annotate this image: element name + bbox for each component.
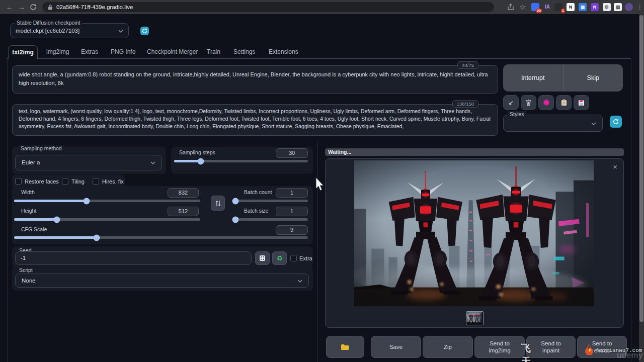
tab-img2img[interactable]: img2img — [46, 45, 69, 59]
script-value: None — [22, 278, 36, 284]
height-input[interactable]: 512 — [168, 207, 199, 216]
padlock-icon — [48, 5, 53, 10]
zip-button[interactable]: Zip — [423, 336, 473, 358]
sampling-steps-slider[interactable] — [174, 160, 308, 162]
sampling-method-value: Euler a — [22, 159, 40, 165]
cfg-scale-slider[interactable] — [14, 236, 308, 239]
slider-handle[interactable] — [54, 216, 60, 223]
negative-prompt-textarea[interactable]: 138/150 text, logo, watermark, (worst qu… — [12, 104, 498, 136]
bookmark-star-icon[interactable]: ☆ — [519, 0, 526, 14]
seed-input[interactable]: -1 — [15, 251, 252, 265]
browser-toolbar: ← → 02a56ff4-71ff-439e.gradio.live ☆ 20 … — [0, 0, 644, 14]
styles-dropdown[interactable]: Styles — [503, 115, 603, 132]
height-label: Height — [19, 208, 38, 214]
negative-token-counter: 138/150 — [452, 100, 478, 108]
tiling-checkbox[interactable] — [62, 178, 68, 185]
send-to-extras-button[interactable]: Send to extras — [577, 336, 627, 358]
slider-handle[interactable] — [84, 198, 90, 204]
cfg-scale-label: CFG Scale — [19, 226, 49, 233]
tab-checkpoint-merger[interactable]: Checkpoint Merger — [147, 45, 198, 59]
apply-style-button[interactable] — [556, 95, 572, 110]
clear-prompt-button[interactable] — [521, 95, 536, 110]
folder-icon — [341, 343, 350, 350]
extra-networks-button[interactable] — [538, 95, 554, 110]
checkpoint-refresh-button[interactable] — [140, 27, 149, 35]
width-input[interactable]: 832 — [168, 188, 199, 198]
tab-extensions[interactable]: Extensions — [269, 45, 298, 59]
batch-count-input[interactable]: 1 — [276, 188, 308, 198]
extension-pin-icon[interactable]: 20 — [531, 3, 539, 11]
browser-menu-icon[interactable]: ⋮ — [636, 0, 643, 14]
hires-fix-checkbox[interactable] — [93, 178, 99, 185]
interrupt-button[interactable]: Interrupt — [503, 64, 564, 92]
script-select[interactable]: None — [15, 274, 309, 288]
progress-status-text: Waiting... — [328, 149, 351, 155]
reading-mode-icon[interactable]: ▥ — [614, 3, 622, 11]
extra-seed-checkbox[interactable] — [290, 255, 297, 261]
prompt-textarea[interactable]: 44/75 wide shot angle, a (gundam:0.8) ro… — [12, 65, 498, 94]
extension-photos-icon[interactable]: ▦ — [579, 3, 587, 11]
checkpoint-label: Stable Diffusion checkpoint — [15, 20, 82, 26]
tiling-label: Tiling — [71, 178, 85, 186]
send-to-inpaint-button[interactable]: Send to inpaint — [526, 336, 576, 358]
profile-avatar[interactable] — [625, 3, 633, 11]
send-to-img2img-button[interactable]: Send to img2img — [474, 336, 525, 358]
slider-handle[interactable] — [93, 234, 100, 241]
sampling-steps-input[interactable]: 30 — [276, 148, 308, 158]
batch-size-label: Batch size — [242, 208, 270, 214]
styles-refresh-button[interactable] — [610, 116, 622, 128]
tab-settings[interactable]: Settings — [233, 45, 255, 59]
random-seed-button[interactable] — [255, 251, 270, 265]
paste-generation-params-button[interactable]: ↙ — [503, 95, 519, 110]
swap-arrows-icon — [215, 200, 221, 207]
gallery-thumbnail[interactable] — [466, 311, 484, 325]
extension-badge: 20 — [536, 9, 542, 13]
skip-button[interactable]: Skip — [564, 64, 623, 92]
scrollbar-thumb[interactable] — [639, 15, 643, 322]
address-bar[interactable]: 02a56ff4-71ff-439e.gradio.live — [42, 2, 494, 12]
script-label: Script — [17, 267, 35, 274]
batch-size-input[interactable]: 1 — [276, 207, 308, 216]
recycle-icon: ♻ — [277, 255, 283, 261]
reuse-seed-button[interactable]: ♻ — [272, 251, 287, 265]
generated-image[interactable] — [354, 160, 594, 306]
progress-bar: Waiting... — [325, 148, 624, 156]
swap-dimensions-button[interactable] — [211, 196, 225, 211]
slider-handle[interactable] — [198, 158, 204, 164]
batch-count-label: Batch count — [242, 189, 274, 196]
image-viewer: × — [325, 158, 624, 328]
trash-icon — [525, 99, 532, 106]
clipboard-icon — [561, 99, 567, 106]
slider-handle[interactable] — [232, 216, 239, 223]
sampling-method-select[interactable]: Sampling method Euler a — [15, 155, 162, 170]
height-slider[interactable] — [14, 218, 200, 221]
batch-count-slider[interactable] — [235, 200, 308, 202]
slider-handle[interactable] — [232, 198, 239, 204]
prompt-text: wide shot angle, a (gundam:0.8) robot st… — [19, 70, 492, 87]
save-button[interactable]: Save — [371, 336, 421, 358]
browser-forward-icon[interactable]: → — [18, 0, 25, 14]
close-icon[interactable]: × — [613, 163, 617, 170]
extensions-puzzle-icon[interactable]: ⯐ — [603, 3, 611, 11]
batch-size-slider[interactable] — [235, 218, 308, 221]
extension-ia-icon[interactable]: IA — [543, 3, 551, 11]
cfg-scale-input[interactable]: 9 — [276, 225, 308, 235]
extension-dark-icon[interactable]: 1 — [554, 3, 562, 11]
sampling-method-label: Sampling method — [19, 145, 64, 152]
tab-train[interactable]: Train — [207, 45, 220, 59]
seed-value: -1 — [21, 255, 26, 261]
extension-notion-icon[interactable]: N — [567, 3, 575, 11]
share-icon[interactable] — [507, 4, 514, 11]
save-style-button[interactable] — [574, 95, 589, 110]
tab-extras[interactable]: Extras — [81, 45, 98, 59]
extension-onenote-icon[interactable]: N — [591, 3, 599, 11]
open-folder-button[interactable] — [326, 336, 364, 358]
width-slider[interactable] — [14, 200, 200, 202]
refresh-icon — [613, 119, 619, 125]
browser-reload-icon[interactable] — [30, 4, 37, 11]
restore-faces-checkbox[interactable] — [15, 178, 22, 185]
tab-txt2img[interactable]: txt2img — [8, 45, 38, 59]
browser-back-icon[interactable]: ← — [6, 0, 13, 14]
tab-png-info[interactable]: PNG Info — [111, 45, 135, 59]
checkpoint-dropdown[interactable]: Stable Diffusion checkpoint model.ckpt [… — [10, 23, 129, 38]
